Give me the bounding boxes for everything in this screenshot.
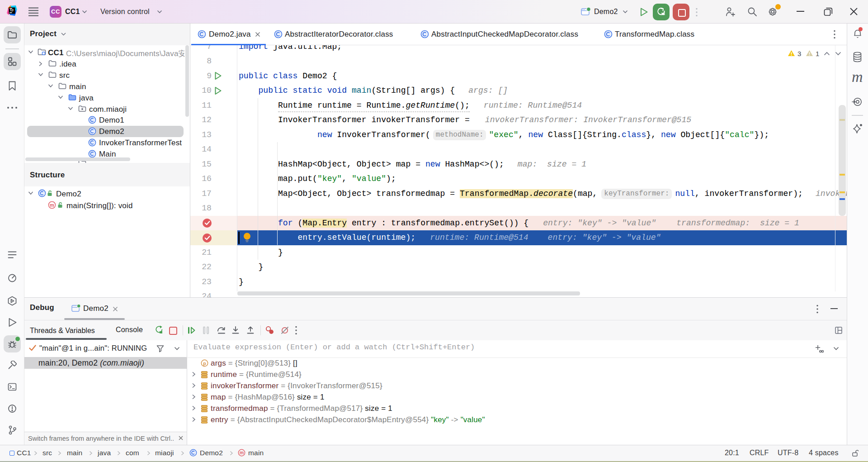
svg-text:p: p: [203, 361, 206, 366]
svg-text:m: m: [50, 202, 54, 208]
svg-text:m: m: [240, 450, 244, 455]
svg-text:IJ: IJ: [10, 8, 14, 12]
